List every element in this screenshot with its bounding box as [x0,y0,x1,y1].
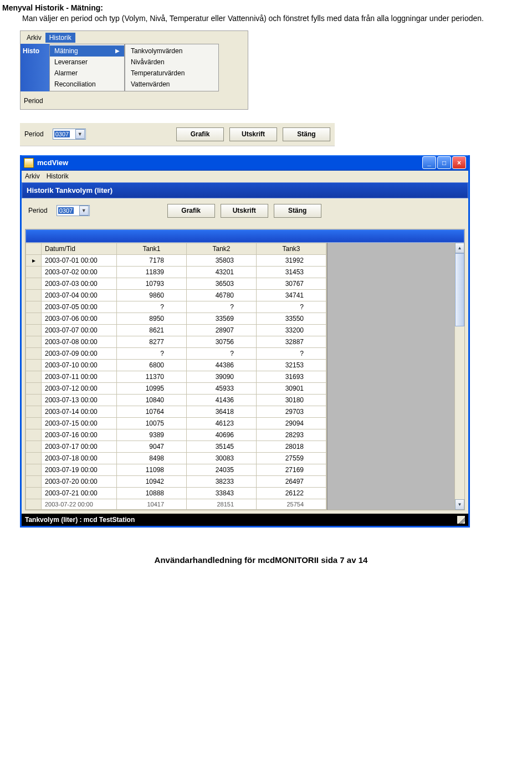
table-row[interactable]: 2003-07-17 00:0090473514528018 [26,441,326,452]
cell-datetime: 2003-07-03 00:00 [42,278,117,289]
row-selector[interactable] [26,452,42,464]
table-row[interactable]: 2003-07-07 00:0086212890733200 [26,324,326,336]
app-icon [24,158,34,168]
table-row[interactable]: 2003-07-19 00:00110982403527169 [26,464,326,475]
table-row[interactable]: 2003-07-11 00:00113703909031693 [26,371,326,382]
row-selector[interactable] [26,266,42,278]
row-selector[interactable] [26,324,42,336]
vertical-scrollbar[interactable]: ▲ ▼ [454,243,464,510]
window-toolbar: Period 0307 ▼ Grafik Utskrift Stäng [22,198,468,227]
row-selector[interactable] [26,336,42,347]
column-header[interactable]: Tank1 [117,243,187,254]
table-row[interactable]: 2003-07-12 00:00109954593330901 [26,382,326,394]
grafik-button[interactable]: Grafik [176,127,224,141]
table-row[interactable]: 2003-07-16 00:0093894069628293 [26,429,326,441]
row-selector[interactable] [26,406,42,417]
table-row[interactable]: 2003-07-22 00:00104172815125754 [26,499,326,509]
resize-grip-icon[interactable] [457,516,465,524]
close-button[interactable]: × [452,156,466,169]
row-selector[interactable] [26,487,42,499]
period-dropdown[interactable]: 0307 ▼ [57,205,90,216]
row-selector[interactable] [26,499,42,509]
table-row[interactable]: 2003-07-03 00:00107933650330767 [26,278,326,289]
column-header[interactable]: Tank2 [187,243,257,254]
table-row[interactable]: 2003-07-08 00:0082773075632887 [26,336,326,347]
table-row[interactable]: 2003-07-20 00:00109423823326497 [26,475,326,487]
table-row[interactable]: 2003-07-05 00:00??? [26,301,326,313]
dropdown-item-reconciliation[interactable]: Reconciliation [50,79,124,90]
maximize-button[interactable]: □ [437,156,451,169]
column-header[interactable]: Datum/Tid [42,243,117,254]
row-selector[interactable] [26,347,42,359]
table-row[interactable]: 2003-07-02 00:00118394320131453 [26,266,326,278]
menu-arkiv[interactable]: Arkiv [23,33,45,43]
submenu-temperatur[interactable]: Temperaturvärden [125,68,218,79]
dropdown-item-label: Alarmer [54,69,78,77]
row-selector[interactable] [26,278,42,289]
utskrift-button[interactable]: Utskrift [221,204,268,218]
cell-datetime: 2003-07-13 00:00 [42,394,117,406]
cell-tank3: 30180 [257,394,326,406]
cell-datetime: 2003-07-10 00:00 [42,359,117,371]
row-selector[interactable] [26,301,42,313]
table-row[interactable]: 2003-07-21 00:00108883384326122 [26,487,326,499]
column-header[interactable]: Tank3 [257,243,326,254]
table-row[interactable]: 2003-07-13 00:00108404143630180 [26,394,326,406]
dropdown-item-alarmer[interactable]: Alarmer [50,68,124,79]
row-selector[interactable] [26,359,42,371]
period-label: Period [24,130,44,138]
table-row[interactable]: 2003-07-15 00:00100754612329094 [26,417,326,429]
table-row[interactable]: 2003-07-04 00:0098604678034741 [26,289,326,301]
scroll-track[interactable] [455,253,464,499]
dropdown-item-leveranser[interactable]: Leveranser [50,57,124,68]
scroll-down-icon[interactable]: ▼ [455,499,464,510]
window-menu-historik[interactable]: Historik [47,172,69,180]
menu-historik[interactable]: Historik [45,33,75,43]
stang-button[interactable]: Stäng [274,204,321,218]
cell-tank2: 45933 [187,382,257,394]
scroll-thumb[interactable] [455,253,464,326]
table-row[interactable]: 2003-07-06 00:0089503356933550 [26,313,326,324]
table-row[interactable]: 2003-07-10 00:0068004438632153 [26,359,326,371]
cell-tank3: 31693 [257,371,326,382]
row-selector[interactable] [26,289,42,301]
row-selector[interactable] [26,464,42,475]
scroll-up-icon[interactable]: ▲ [455,243,464,253]
row-selector[interactable] [26,429,42,441]
window-menu-arkiv[interactable]: Arkiv [25,172,40,180]
row-selector[interactable] [26,371,42,382]
row-selector[interactable] [26,394,42,406]
row-selector[interactable] [26,313,42,324]
table-row[interactable]: 2003-07-09 00:00??? [26,347,326,359]
submenu-niva[interactable]: Nivåvärden [125,57,218,68]
submenu-tankvolym[interactable]: Tankvolymvärden [125,45,218,57]
row-selector[interactable] [26,441,42,452]
submenu-vatten[interactable]: Vattenvärden [125,79,218,90]
minimize-button[interactable]: _ [422,156,436,169]
cell-tank2: 35803 [187,254,257,266]
row-selector[interactable] [26,382,42,394]
dropdown-item-label: Mätning [54,47,78,55]
utskrift-button[interactable]: Utskrift [229,127,277,141]
row-selector[interactable] [26,475,42,487]
row-selector[interactable]: ▸ [26,254,42,266]
cell-tank1: 10764 [117,406,187,417]
table-row[interactable]: 2003-07-18 00:0084983008327559 [26,452,326,464]
table-row[interactable]: 2003-07-14 00:00107643641829703 [26,406,326,417]
cell-tank1: 8621 [117,324,187,336]
table-row[interactable]: ▸2003-07-01 00:0071783580331992 [26,254,326,266]
grid-deadspace [327,243,454,510]
cell-datetime: 2003-07-12 00:00 [42,382,117,394]
mcdview-window: mcdView _ □ × Arkiv Historik Historik Ta… [20,155,470,528]
row-selector[interactable] [26,417,42,429]
cell-tank3: 32153 [257,359,326,371]
cell-tank1: ? [117,301,187,313]
cell-tank2: 28907 [187,324,257,336]
stang-button[interactable]: Stäng [283,127,330,141]
cell-datetime: 2003-07-05 00:00 [42,301,117,313]
cell-tank3: ? [257,301,326,313]
dropdown-item-matning[interactable]: Mätning ▶ [50,45,124,57]
grafik-button[interactable]: Grafik [167,204,215,218]
period-dropdown[interactable]: 0307 ▼ [53,129,86,140]
cell-tank3: 26122 [257,487,326,499]
